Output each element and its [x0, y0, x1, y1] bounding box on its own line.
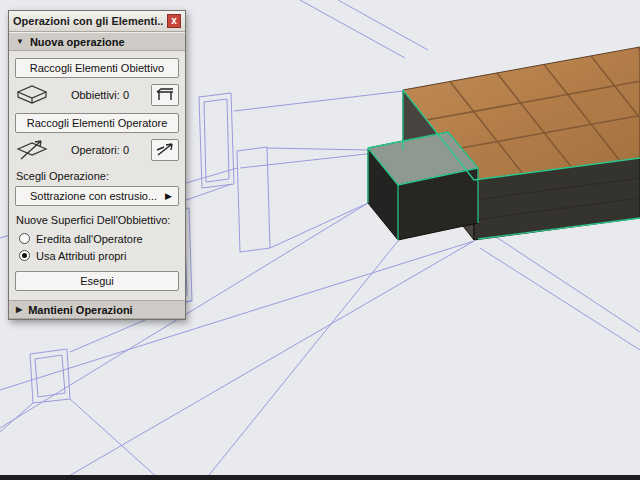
show-operators-button[interactable] — [151, 139, 179, 161]
targets-row: Obbiettivi: 0 — [15, 83, 179, 107]
target-elements-icon — [15, 83, 49, 107]
new-surfaces-label: Nuove Superfici Dell'Obbiettivo: — [16, 214, 178, 226]
operators-counter: Operatori: 0 — [53, 144, 147, 156]
palette-body: Raccogli Elementi Obiettivo Obbiettivi: … — [9, 51, 185, 300]
radio-label: Eredita dall'Operatore — [36, 233, 143, 245]
section-label: Mantieni Operazioni — [28, 304, 133, 316]
choose-operation-label: Scegli Operazione: — [16, 170, 178, 182]
application-window: Operazioni con gli Elementi... x ▼ Nuova… — [0, 0, 640, 480]
chevron-down-icon: ▼ — [16, 37, 24, 46]
collect-operator-elements-button[interactable]: Raccogli Elementi Operatore — [15, 113, 179, 133]
radio-inherit-operator[interactable]: Eredita dall'Operatore — [19, 230, 179, 247]
targets-counter: Obbiettivi: 0 — [53, 89, 147, 101]
radio-button[interactable] — [19, 250, 30, 261]
palette-title: Operazioni con gli Elementi... — [13, 15, 163, 27]
section-header-nuova-operazione[interactable]: ▼ Nuova operazione — [9, 32, 185, 51]
radio-label: Usa Attributi propri — [36, 250, 126, 262]
operation-dropdown-value: Sottrazione con estrusio... — [22, 190, 165, 202]
bench-icon — [155, 87, 175, 103]
close-button[interactable]: x — [167, 14, 181, 28]
operation-dropdown[interactable]: Sottrazione con estrusio... ▶ — [15, 186, 179, 206]
operations-palette: Operazioni con gli Elementi... x ▼ Nuova… — [8, 10, 186, 320]
execute-button[interactable]: Esegui — [15, 271, 179, 291]
dropdown-arrow-icon: ▶ — [165, 191, 172, 201]
palette-titlebar[interactable]: Operazioni con gli Elementi... x — [9, 11, 185, 32]
section-label: Nuova operazione — [30, 36, 125, 48]
radio-button[interactable] — [19, 233, 30, 244]
arrow-plane-icon — [155, 142, 175, 158]
show-targets-button[interactable] — [151, 84, 179, 106]
radio-own-attributes[interactable]: Usa Attributi propri — [19, 247, 179, 264]
window-bottom-edge — [0, 475, 640, 480]
operator-elements-icon — [15, 138, 49, 162]
collect-target-elements-button[interactable]: Raccogli Elementi Obiettivo — [15, 58, 179, 78]
section-header-mantieni-operazioni[interactable]: ▶ Mantieni Operazioni — [9, 300, 185, 319]
operators-row: Operatori: 0 — [15, 138, 179, 162]
chevron-right-icon: ▶ — [16, 305, 22, 314]
